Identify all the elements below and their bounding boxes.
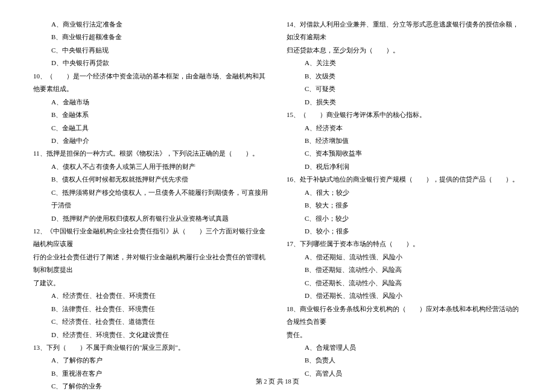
q13-opt-a: A、了解你的客户	[33, 354, 268, 367]
q18-opt-b: B、负责人	[287, 354, 522, 367]
q12-opt-a: A、经济责任、社会责任、环境责任	[33, 289, 268, 302]
q15-opt-a: A、经济资本	[287, 122, 522, 134]
q11-text: 11、抵押是担保的一种方式。根据《物权法》，下列说法正确的是（ ）。	[33, 147, 268, 160]
left-column: A、商业银行法定准备金 B、商业银行超额准备金 C、中央银行再贴现 D、中央银行…	[33, 18, 268, 368]
q14-text-cont: 归还贷款本息，至少划分为（ ）。	[287, 44, 522, 57]
q12-opt-d: D、经济责任、环境责任、文化建设责任	[33, 329, 268, 341]
q16-opt-c: C、很小；较少	[287, 212, 522, 225]
q10-opt-a: A、金融市场	[33, 96, 268, 109]
q9-opt-c: C、中央银行再贴现	[33, 44, 268, 57]
q9-opt-a: A、商业银行法定准备金	[33, 18, 268, 31]
q12-text: 12、《中国银行业金融机构企业社会责任指引》从（ ）三个方面对银行业金融机构应该…	[33, 225, 268, 251]
q15-opt-b: B、经济增加值	[287, 134, 522, 147]
q16-text: 16、处于补缺式地位的商业银行资产规模（ ），提供的信贷产品（ ）。	[287, 173, 522, 186]
q9-opt-d: D、中央银行再贷款	[33, 57, 268, 69]
right-column: 14、对借款人利用企业兼并、重组、分立等形式恶意逃废银行债务的授信余额，如没有逾…	[287, 18, 522, 368]
q11-opt-d: D、抵押财产的使用权归债权人所有银行业从业资格考试真题	[33, 212, 268, 225]
q10-opt-d: D、金融中介	[33, 134, 268, 147]
q17-opt-a: A、偿还期短、流动性强、风险小	[287, 251, 522, 264]
q10-opt-b: B、金融体系	[33, 109, 268, 121]
q11-opt-b: B、债权人任何时候都无权就抵押财产优先求偿	[33, 173, 268, 186]
q15-text: 15、（ ）商业银行考评体系中的核心指标。	[287, 109, 522, 121]
q12-text-cont2: 了建议。	[33, 277, 268, 289]
q9-opt-b: B、商业银行超额准备金	[33, 31, 268, 43]
q16-opt-a: A、很大；较少	[287, 186, 522, 199]
page-footer: 第 2 页 共 18 页	[0, 378, 555, 386]
q12-opt-c: C、经济责任、社会责任、道德责任	[33, 315, 268, 328]
q17-opt-d: D、偿还期长、流动性强、风险小	[287, 289, 522, 302]
q18-opt-a: A、合规管理人员	[287, 341, 522, 354]
q10-text: 10、（ ）是一个经济体中资金流动的基本框架，由金融市场、金融机构和其他要素组成…	[33, 70, 268, 96]
q11-opt-a: A、债权人不占有债务人或第三人用于抵押的财产	[33, 160, 268, 173]
q14-text: 14、对借款人利用企业兼并、重组、分立等形式恶意逃废银行债务的授信余额，如没有逾…	[287, 18, 522, 44]
q14-opt-c: C、可疑类	[287, 83, 522, 95]
q11-opt-c: C、抵押须将财产移交给债权人，一旦债务人不能履行到期债务，可直接用于清偿	[33, 186, 268, 212]
page-columns: A、商业银行法定准备金 B、商业银行超额准备金 C、中央银行再贴现 D、中央银行…	[33, 18, 522, 368]
q17-opt-b: B、偿还期短、流动性小、风险高	[287, 264, 522, 276]
q14-opt-d: D、损失类	[287, 96, 522, 109]
q10-opt-c: C、金融工具	[33, 122, 268, 134]
q15-opt-c: C、资本预期收益率	[287, 147, 522, 160]
q12-text-cont1: 行的企业社会责任进行了阐述，并对银行业金融机构履行企业社会责任的管理机制和制度提…	[33, 251, 268, 277]
q14-opt-b: B、次级类	[287, 70, 522, 83]
q17-opt-c: C、偿还期长、流动性小、风险高	[287, 277, 522, 289]
q18-text: 18、商业银行各业务条线和分支机构的（ ）应对本条线和本机构经营活动的合规性负首…	[287, 303, 522, 329]
q16-opt-b: B、较大；很多	[287, 199, 522, 212]
q12-opt-b: B、法律责任、社会责任、环境责任	[33, 303, 268, 315]
q18-text-cont: 责任。	[287, 329, 522, 341]
q17-text: 17、下列哪些属于资本市场的特点（ ）。	[287, 238, 522, 250]
q13-text: 13、下列（ ）不属于商业银行的"展业三原则"。	[33, 341, 268, 354]
q14-opt-a: A、关注类	[287, 57, 522, 69]
q16-opt-d: D、较小；很多	[287, 225, 522, 238]
q15-opt-d: D、税后净利润	[287, 160, 522, 173]
